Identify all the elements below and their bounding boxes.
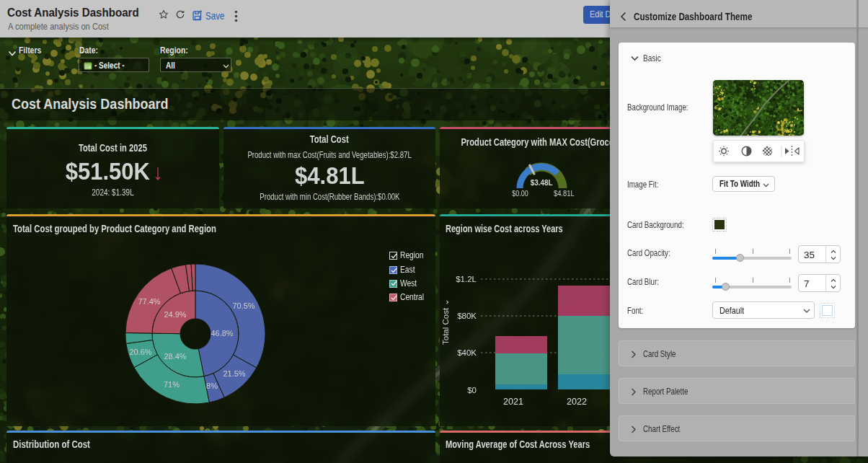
- svg-text:$0: $0: [467, 386, 477, 394]
- svg-text:28.4%: 28.4%: [164, 352, 186, 361]
- svg-text:*: *: [200, 10, 203, 16]
- svg-text:2022: 2022: [567, 397, 587, 407]
- svg-text:77.4%: 77.4%: [138, 297, 160, 306]
- svg-text:$40K: $40K: [457, 348, 477, 357]
- svg-text:46.8%: 46.8%: [211, 329, 233, 338]
- svg-text:21.5%: 21.5%: [223, 369, 245, 378]
- svg-text:$1.2L: $1.2L: [456, 275, 477, 283]
- svg-text:8%: 8%: [206, 382, 218, 390]
- svg-text:24.9%: 24.9%: [164, 310, 186, 319]
- svg-text:70.5%: 70.5%: [232, 301, 254, 310]
- svg-text:Total Cost ⌄: Total Cost ⌄: [441, 299, 450, 345]
- svg-text:20.6%: 20.6%: [129, 348, 151, 356]
- svg-text:$80K: $80K: [457, 312, 477, 320]
- svg-text:2021: 2021: [503, 397, 523, 407]
- svg-text:71%: 71%: [164, 380, 180, 389]
